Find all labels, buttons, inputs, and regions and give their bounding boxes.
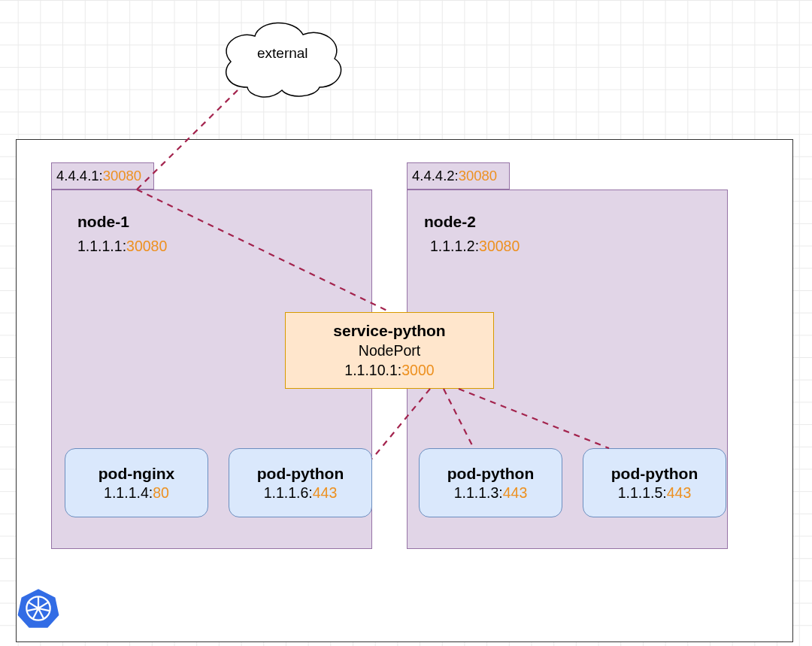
node-2-internal-ip: 1.1.1.2:30080	[430, 238, 520, 255]
pod-nginx-port: 80	[153, 484, 169, 501]
pod-python-1-port: 443	[313, 484, 338, 501]
node-1-port-text: 30080	[126, 238, 167, 254]
pod-nginx-ip: 1.1.1.4:80	[104, 484, 169, 502]
pod-python-2: pod-python 1.1.1.3:443	[419, 448, 562, 517]
pod-nginx-name: pod-nginx	[98, 465, 174, 483]
node-1-title: node-1	[77, 213, 129, 231]
pod-python-2-port: 443	[503, 484, 528, 501]
node-2-ip-text: 1.1.1.2:	[430, 238, 479, 254]
service-port-text: 3000	[401, 362, 434, 378]
node-1-ip-text: 1.1.1.1:	[77, 238, 126, 254]
service-ip-text: 1.1.10.1:	[344, 362, 401, 378]
pod-python-3-ip-text: 1.1.1.5:	[618, 484, 667, 501]
service-type: NodePort	[359, 342, 420, 359]
node-1-external-tab: 4.4.4.1:30080	[51, 162, 154, 190]
node-2-external-port: 30080	[459, 168, 497, 184]
service-box: service-python NodePort 1.1.10.1:3000	[285, 312, 494, 389]
pod-python-3-name: pod-python	[611, 465, 698, 483]
external-label: external	[257, 45, 308, 62]
pod-python-1: pod-python 1.1.1.6:443	[229, 448, 372, 517]
node-2-title: node-2	[424, 213, 476, 231]
pod-python-3-port: 443	[667, 484, 692, 501]
pod-python-3-ip: 1.1.1.5:443	[618, 484, 692, 502]
service-ip: 1.1.10.1:3000	[344, 362, 434, 379]
service-name: service-python	[333, 322, 445, 340]
pod-python-1-name: pod-python	[257, 465, 344, 483]
pod-nginx: pod-nginx 1.1.1.4:80	[65, 448, 208, 517]
pod-python-2-name: pod-python	[447, 465, 534, 483]
pod-python-2-ip-text: 1.1.1.3:	[454, 484, 503, 501]
pod-python-1-ip: 1.1.1.6:443	[264, 484, 338, 502]
node-2-external-ip: 4.4.4.2:	[412, 168, 459, 184]
pod-nginx-ip-text: 1.1.1.4:	[104, 484, 153, 501]
node-1-internal-ip: 1.1.1.1:30080	[77, 238, 167, 255]
node-2-port-text: 30080	[479, 238, 520, 254]
pod-python-1-ip-text: 1.1.1.6:	[264, 484, 313, 501]
pod-python-3: pod-python 1.1.1.5:443	[583, 448, 726, 517]
diagram-canvas: node-1 1.1.1.1:30080 4.4.4.1:30080 node-…	[0, 0, 812, 646]
node-2-external-tab: 4.4.4.2:30080	[407, 162, 510, 190]
node-1-external-port: 30080	[103, 168, 141, 184]
pod-python-2-ip: 1.1.1.3:443	[454, 484, 528, 502]
kubernetes-logo-icon	[17, 587, 59, 629]
node-1-external-ip: 4.4.4.1:	[56, 168, 103, 184]
